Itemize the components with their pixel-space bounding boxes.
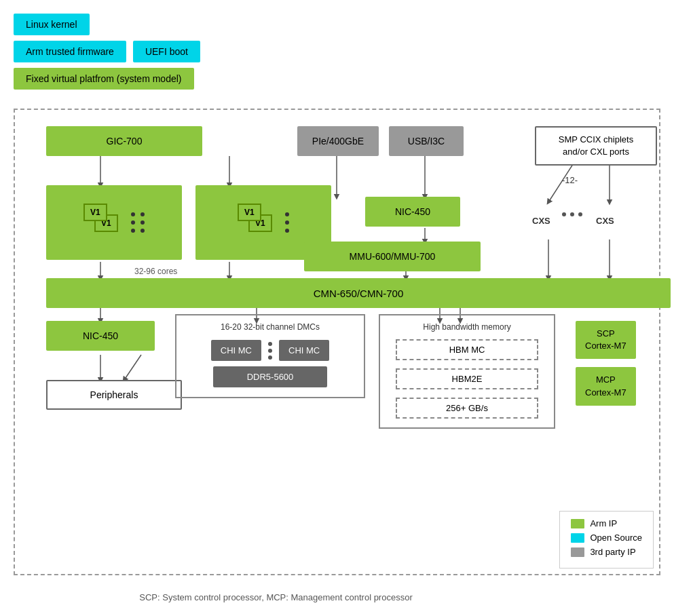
mmu-box: MMU-600/MMU-700	[304, 242, 481, 271]
dot-6	[141, 229, 145, 233]
dots-left-2	[141, 202, 145, 243]
legend-row-1: Linux kernel	[14, 14, 200, 35]
hbm-speed-box: 256+ GB/s	[396, 398, 538, 419]
cmn-box: CMN-650/CMN-700	[46, 278, 671, 308]
smp-ccix-box: SMP CCIX chiplets and/or CXL ports	[535, 126, 657, 166]
arm-trusted-firmware-box: Arm trusted firmware	[14, 41, 126, 62]
cxs-dots	[562, 212, 582, 216]
dots-left	[131, 202, 135, 243]
dot-4	[141, 212, 145, 216]
diagram-inner: GIC-700 PIe/400GbE USB/I3C SMP CCIX chip…	[26, 121, 648, 563]
uefi-boot-box: UEFI boot	[133, 41, 200, 62]
v1-overlap-right: V1 V1	[238, 204, 280, 242]
legend-row-3: Fixed virtual platfrom (system model)	[14, 68, 200, 90]
bottom-caption: SCP: System control processor, MCP: Mana…	[14, 592, 538, 602]
scp-box: SCP Cortex-M7	[576, 321, 636, 359]
gic700-box: GIC-700	[46, 126, 202, 156]
fixed-virtual-platform-box: Fixed virtual platfrom (system model)	[14, 68, 194, 90]
legend-section: Linux kernel Arm trusted firmware UEFI b…	[14, 14, 200, 95]
mcp-box: MCP Cortex-M7	[576, 367, 636, 405]
arm-ip-label: Arm IP	[590, 518, 617, 528]
open-source-color	[571, 533, 584, 543]
chi-mc-row: CHI MC CHI MC	[211, 340, 329, 361]
left-core-cluster: V1 V1	[46, 185, 182, 260]
cores-label: 32-96 cores	[134, 267, 177, 276]
open-source-legend: Open Source	[571, 533, 642, 543]
legend-row-2: Arm trusted firmware UEFI boot	[14, 41, 200, 62]
dmc-block-outer: 16-20 32-bit channel DMCs CHI MC CHI MC …	[175, 314, 365, 398]
v1-overlap-left: V1 V1	[83, 204, 126, 242]
chi-mc-2: CHI MC	[279, 340, 329, 361]
dot-2	[131, 220, 135, 225]
chi-mc-1: CHI MC	[211, 340, 261, 361]
third-party-label: 3rd party IP	[590, 547, 635, 557]
v1-top-left: V1	[83, 204, 107, 221]
nic450-bottom: NIC-450	[46, 321, 155, 351]
dots-right	[285, 202, 289, 243]
pcie-box: PIe/400GbE	[297, 126, 379, 156]
dot-5	[141, 220, 145, 225]
arm-ip-legend: Arm IP	[571, 518, 642, 528]
dmc-title: 16-20 32-bit channel DMCs	[221, 322, 320, 332]
hbm-inner: High bandwidth memory HBM MC HBM2E 256+ …	[379, 314, 555, 429]
cxs-left: CXS	[532, 216, 550, 226]
architecture-diagram: GIC-700 PIe/400GbE USB/I3C SMP CCIX chip…	[14, 109, 660, 575]
cxs-right: CXS	[596, 216, 614, 226]
dmc-dots	[268, 342, 272, 360]
peripherals-box: Peripherals	[46, 380, 182, 410]
hbm-mc-box: HBM MC	[396, 339, 538, 360]
svg-line-17	[124, 355, 141, 380]
ddr5-box: DDR5-5600	[213, 366, 328, 387]
main-container: Linux kernel Arm trusted firmware UEFI b…	[0, 0, 674, 616]
v1-top-right: V1	[238, 204, 261, 221]
nic450-top: NIC-450	[365, 197, 460, 227]
open-source-label: Open Source	[590, 533, 642, 543]
third-party-color	[571, 547, 584, 557]
linux-kernel-box: Linux kernel	[14, 14, 90, 35]
dot-3	[131, 229, 135, 233]
hbm-block-outer: High bandwidth memory HBM MC HBM2E 256+ …	[379, 314, 555, 429]
dmc-inner: 16-20 32-bit channel DMCs CHI MC CHI MC …	[175, 314, 365, 398]
arm-ip-color	[571, 519, 584, 528]
dot-1	[131, 212, 135, 216]
hbm2e-box: HBM2E	[396, 368, 538, 389]
usb-i3c-box: USB/I3C	[389, 126, 464, 156]
hbm-title: High bandwidth memory	[423, 322, 510, 332]
third-party-legend: 3rd party IP	[571, 547, 642, 557]
minus12-label: -12-	[562, 175, 578, 185]
legend-bottom-right: Arm IP Open Source 3rd party IP	[559, 511, 654, 569]
scp-mcp-section: SCP Cortex-M7 MCP Cortex-M7	[576, 321, 636, 406]
